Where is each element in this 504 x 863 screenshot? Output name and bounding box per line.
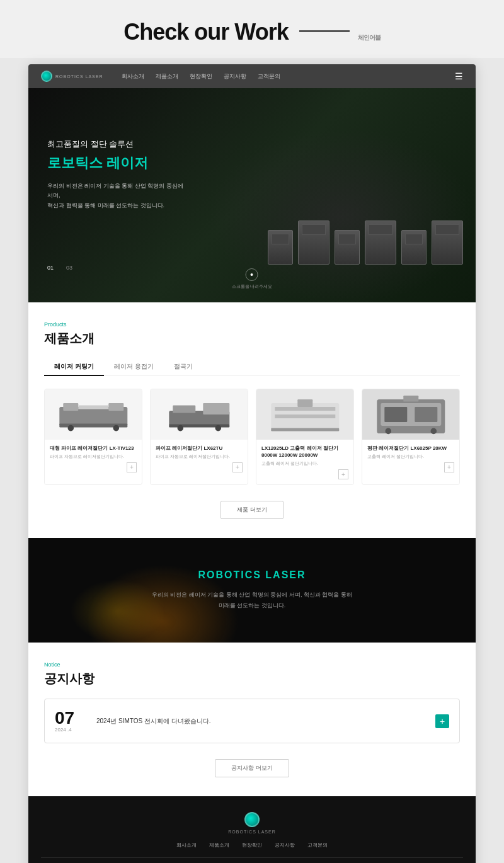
notice-more-button[interactable]: 공지사항 더보기 [215, 759, 289, 777]
footer-link-field[interactable]: 현장확인 [242, 842, 262, 849]
product-card-1[interactable]: 대형 파이프 레이저절단기 LX-TIV123 파이프 자동으로 레이저절단기입… [44, 389, 142, 485]
product-name-2: 파이프 레이저절단기 LX62TU [156, 445, 243, 452]
machine-5 [401, 230, 427, 265]
product-add-btn-4[interactable]: + [444, 462, 454, 472]
footer-logo-icon [244, 812, 260, 827]
title-accent-label: 체인어블 [358, 34, 381, 41]
products-more-container: 제품 더보기 [44, 501, 460, 519]
hero-scroll-indicator: 스크롤을 내려주세요 [232, 268, 273, 290]
machine-2 [298, 220, 329, 265]
notice-date-1: 07 2024 .4 [55, 709, 86, 733]
site-container: ROBOTICS LASER 회사소개 제품소개 현장확인 공지사항 고객문의 … [28, 64, 476, 863]
site-footer: ROBOTICS LASER 회사소개 제품소개 현장확인 공지사항 고객문의 … [28, 796, 476, 863]
products-section: Products 제품소개 레이저 커팅기 레이저 용접기 절곡기 [28, 302, 476, 538]
hero-pagination: 01 03 [47, 265, 72, 271]
nav-link-contact[interactable]: 고객문의 [258, 72, 280, 81]
hero-total-pages: 03 [66, 265, 72, 271]
notice-title: 공지사항 [44, 670, 460, 687]
product-img-2 [151, 389, 248, 440]
tab-laser-welding[interactable]: 레이저 용접기 [104, 358, 164, 376]
notice-more-container: 공지사항 더보기 [44, 759, 460, 777]
machine-6 [432, 220, 463, 265]
notice-title-1: 2024년 SIMTOS 전시회에 다녀왔습니다. [96, 717, 425, 726]
product-name-3: LX12025LD 고출력 레이저 절단기 8000W 12000W 20000… [261, 445, 348, 459]
svg-rect-24 [403, 396, 418, 402]
svg-point-23 [430, 428, 437, 435]
product-info-2: 파이프 레이저절단기 LX62TU 파이프 자동으로 레이저절단기입니다. + [151, 440, 248, 477]
nav-links: 회사소개 제품소개 현장확인 공지사항 고객문의 [122, 72, 455, 81]
notice-month-1: 2024 .4 [55, 727, 86, 733]
product-desc-4: 고출력 레이저 절단기입니다. [367, 454, 454, 460]
product-add-btn-2[interactable]: + [232, 462, 243, 472]
banner-section: ROBOTICS LASER 우리의 비전은 레이저 기술을 통해 산업 혁명의… [28, 538, 476, 643]
hero-title: 로보틱스 레이저 [47, 154, 186, 173]
scroll-dot [251, 273, 253, 276]
product-tabs: 레이저 커팅기 레이저 용접기 절곡기 [44, 358, 460, 376]
logo-text: ROBOTICS LASER [55, 74, 103, 79]
site-nav: ROBOTICS LASER 회사소개 제품소개 현장확인 공지사항 고객문의 … [28, 64, 476, 88]
product-grid: 대형 파이프 레이저절단기 LX-TIV123 파이프 자동으로 레이저절단기입… [44, 389, 460, 485]
svg-rect-9 [203, 403, 229, 414]
nav-link-notice[interactable]: 공지사항 [224, 72, 246, 81]
product-card-2[interactable]: 파이프 레이저절단기 LX62TU 파이프 자동으로 레이저절단기입니다. + [150, 389, 248, 485]
machine-3 [335, 230, 360, 265]
hero-machines [268, 220, 463, 265]
machine-4 [365, 220, 396, 265]
product-card-3[interactable]: LX12025LD 고출력 레이저 절단기 8000W 12000W 20000… [256, 389, 354, 485]
product-add-btn-1[interactable]: + [127, 462, 137, 472]
footer-divider [41, 857, 463, 858]
product-name-1: 대형 파이프 레이저절단기 LX-TIV123 [50, 445, 137, 452]
svg-point-5 [113, 425, 119, 432]
notice-plus-btn-1[interactable]: + [435, 714, 449, 728]
svg-rect-8 [173, 406, 195, 413]
product-card-4[interactable]: 평판 레이저절단기 LX6025P 20KW 고출력 레이저 절단기입니다. + [362, 389, 460, 485]
footer-logo-text: ROBOTICS LASER [41, 830, 463, 834]
svg-rect-14 [275, 407, 335, 411]
product-desc-1: 파이프 자동으로 레이저절단기입니다. [50, 454, 137, 460]
nav-link-products[interactable]: 제품소개 [156, 72, 178, 81]
product-info-4: 평판 레이저절단기 LX6025P 20KW 고출력 레이저 절단기입니다. + [362, 440, 459, 477]
hero-current-page: 01 [47, 265, 54, 271]
tab-laser-cutting[interactable]: 레이저 커팅기 [44, 358, 104, 376]
products-more-button[interactable]: 제품 더보기 [220, 501, 284, 519]
product-desc-2: 파이프 자동으로 레이저절단기입니다. [156, 454, 243, 460]
page-title: Check our Work 체인어블 [13, 19, 491, 45]
product-info-1: 대형 파이프 레이저절단기 LX-TIV123 파이프 자동으로 레이저절단기입… [45, 440, 142, 477]
nav-link-about[interactable]: 회사소개 [122, 72, 144, 81]
scroll-text: 스크롤을 내려주세요 [232, 283, 273, 290]
banner-title: ROBOTICS LASER [41, 569, 463, 581]
product-info-3: LX12025LD 고출력 레이저 절단기 8000W 12000W 20000… [256, 440, 353, 484]
footer-link-contact[interactable]: 고객문의 [307, 842, 328, 849]
svg-rect-20 [384, 407, 407, 422]
hero-subtitle: 최고품질의 절단 솔루션 [47, 139, 186, 150]
products-title: 제품소개 [44, 330, 460, 347]
product-add-btn-3[interactable]: + [338, 469, 348, 479]
hamburger-icon[interactable]: ☰ [455, 71, 463, 81]
svg-rect-21 [415, 407, 437, 422]
title-underline [299, 30, 350, 32]
svg-point-4 [67, 425, 74, 432]
scroll-circle [246, 268, 258, 281]
machine-1 [268, 230, 293, 265]
hero-content: 최고품질의 절단 솔루션 로보틱스 레이저 우리의 비전은 레이저 기술을 통해… [47, 139, 186, 210]
product-img-1 [45, 389, 142, 440]
nav-logo[interactable]: ROBOTICS LASER [41, 71, 103, 82]
svg-rect-15 [275, 414, 335, 418]
footer-link-about[interactable]: 회사소개 [176, 842, 197, 849]
hero-section: 최고품질의 절단 솔루션 로보틱스 레이저 우리의 비전은 레이저 기술을 통해… [28, 88, 476, 302]
tab-bending[interactable]: 절곡기 [164, 358, 203, 376]
notice-label: Notice [44, 661, 460, 668]
svg-point-12 [215, 425, 221, 432]
svg-point-11 [177, 425, 183, 432]
svg-rect-16 [297, 399, 312, 407]
svg-point-22 [385, 428, 391, 435]
product-desc-3: 고출력 레이저 절단기입니다. [261, 460, 348, 467]
footer-link-notice[interactable]: 공지사항 [275, 842, 295, 849]
svg-rect-6 [78, 406, 108, 409]
footer-link-products[interactable]: 제품소개 [209, 842, 229, 849]
nav-link-field[interactable]: 현장확인 [190, 72, 212, 81]
footer-nav: 회사소개 제품소개 현장확인 공지사항 고객문의 [41, 842, 463, 849]
product-img-4 [362, 389, 459, 440]
notice-item-1[interactable]: 07 2024 .4 2024년 SIMTOS 전시회에 다녀왔습니다. + [44, 699, 460, 743]
notice-section: Notice 공지사항 07 2024 .4 2024년 SIMTOS 전시회에… [28, 643, 476, 796]
